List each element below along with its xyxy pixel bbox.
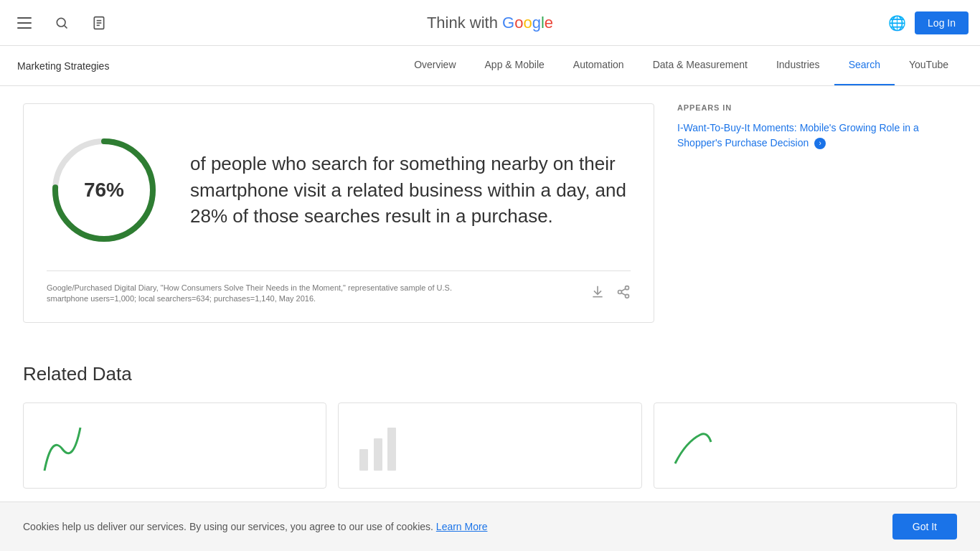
- language-icon[interactable]: 🌐: [888, 14, 906, 32]
- related-card-1[interactable]: [23, 402, 326, 489]
- stat-source: Google/Purchased Digital Diary, "How Con…: [47, 283, 477, 305]
- content-row: 76% of people who search for something n…: [23, 103, 957, 346]
- logo-e: e: [545, 14, 553, 32]
- related-card-chart-2: [356, 420, 399, 478]
- svg-rect-15: [387, 428, 396, 471]
- site-logo[interactable]: Think with Google: [427, 14, 553, 32]
- logo-o1: o: [514, 14, 523, 32]
- nav-link-search[interactable]: Search: [834, 46, 895, 86]
- document-button[interactable]: [86, 10, 112, 36]
- stat-description: of people who search for something nearb…: [190, 151, 631, 229]
- stat-percentage: 76%: [84, 179, 124, 202]
- search-icon: [55, 16, 69, 30]
- nav-link-industries[interactable]: Industries: [762, 46, 834, 86]
- related-cards-row: [23, 402, 957, 489]
- logo-o2: o: [523, 14, 532, 32]
- logo-think-text: Think with: [427, 14, 502, 32]
- logo-g: G: [502, 14, 514, 32]
- nav-link-automation[interactable]: Automation: [559, 46, 639, 86]
- nav-link-youtube[interactable]: YouTube: [895, 46, 963, 86]
- svg-rect-13: [359, 449, 368, 471]
- top-navigation: Think with Google 🌐 Log In: [0, 0, 980, 46]
- logo-g2: g: [532, 14, 541, 32]
- nav-brand: Marketing Strategies: [17, 60, 109, 72]
- svg-line-11: [621, 293, 626, 295]
- arrow-circle-icon: ›: [814, 138, 826, 149]
- search-button[interactable]: [49, 10, 75, 36]
- nav-right: 🌐 Log In: [888, 11, 969, 34]
- related-data-section: Related Data: [0, 363, 980, 506]
- related-card-3[interactable]: [654, 402, 957, 489]
- cookie-banner: Cookies help us deliver our services. By…: [0, 501, 980, 506]
- svg-line-12: [621, 288, 626, 291]
- secondary-navigation: Marketing Strategies Overview App & Mobi…: [0, 46, 980, 86]
- svg-point-0: [57, 18, 65, 27]
- stat-card-footer: Google/Purchased Digital Diary, "How Con…: [47, 270, 631, 305]
- nav-link-overview[interactable]: Overview: [400, 46, 470, 86]
- nav-link-data-measurement[interactable]: Data & Measurement: [639, 46, 762, 86]
- svg-point-9: [618, 290, 622, 293]
- svg-line-1: [65, 25, 67, 28]
- share-button[interactable]: [616, 285, 631, 303]
- download-button[interactable]: [590, 285, 605, 303]
- download-icon: [590, 285, 605, 299]
- document-icon: [92, 16, 106, 30]
- svg-rect-14: [374, 438, 382, 471]
- svg-point-10: [626, 294, 629, 298]
- circle-chart: 76%: [47, 133, 161, 248]
- related-card-chart-1: [41, 420, 84, 478]
- nav-link-app-mobile[interactable]: App & Mobile: [471, 46, 559, 86]
- appears-in-link[interactable]: I-Want-To-Buy-It Moments: Mobile's Growi…: [677, 122, 919, 149]
- related-data-title: Related Data: [23, 363, 957, 385]
- main-content: 76% of people who search for something n…: [0, 86, 980, 363]
- stat-card: 76% of people who search for something n…: [23, 103, 654, 323]
- stat-card-top: 76% of people who search for something n…: [47, 133, 631, 248]
- nav-left: [11, 10, 112, 36]
- appears-in-label: APPEARS IN: [677, 103, 950, 112]
- nav-links: Overview App & Mobile Automation Data & …: [400, 46, 963, 86]
- appears-in-section: APPEARS IN I-Want-To-Buy-It Moments: Mob…: [677, 103, 950, 151]
- share-icon: [616, 285, 631, 299]
- related-card-chart-3: [672, 420, 715, 478]
- stat-actions: [590, 285, 631, 303]
- login-button[interactable]: Log In: [915, 11, 969, 34]
- related-card-2[interactable]: [338, 402, 641, 489]
- svg-point-8: [626, 286, 629, 290]
- hamburger-menu[interactable]: [11, 11, 37, 34]
